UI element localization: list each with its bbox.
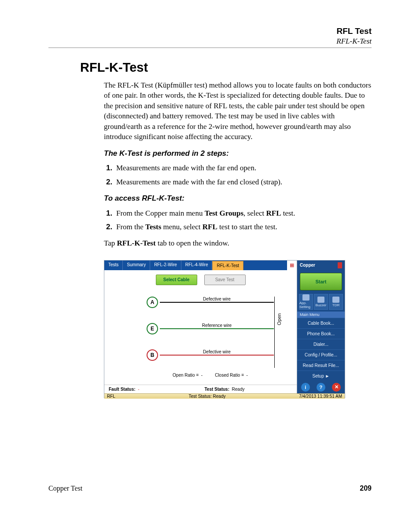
grid-icon[interactable]: ▦ [287, 261, 297, 270]
fault-status-label: Fault Status: [109, 387, 136, 392]
tap-line: Tap RFL-K-Test tab to open the window. [104, 238, 372, 248]
sidebar-item-cable-book[interactable]: Cable Book... [297, 318, 345, 328]
sidebar: Copper Start App. Setting Buzzer TDR Mai… [297, 261, 345, 393]
subheading-steps: The K-Test is performed in 2 steps: [104, 148, 372, 158]
open-ratio-value: - [201, 373, 203, 378]
closed-ratio-value: - [247, 373, 248, 378]
indicator-icon [338, 262, 342, 268]
page-number: 209 [360, 484, 372, 492]
step-item: From the Copper main menu Test Groups, s… [114, 208, 372, 218]
sidebar-item-config-profile[interactable]: Config / Profile... [297, 349, 345, 360]
close-icon[interactable]: ✕ [332, 383, 341, 392]
sidebar-item-phone-book[interactable]: Phone Book... [297, 328, 345, 339]
info-icon[interactable]: i [301, 383, 310, 392]
sidebar-icon-tdr[interactable]: TDR [329, 294, 343, 310]
sidebar-item-dialer[interactable]: Dialer... [297, 339, 345, 349]
wire-a-label: Defective wire [200, 297, 233, 301]
step-item: Measurements are made with the far end o… [114, 163, 372, 173]
step-item: Measurements are made with the far end c… [114, 177, 372, 187]
sidebar-icon-app-setting[interactable]: App. Setting [299, 294, 313, 310]
page-title: RFL-K-Test [80, 60, 372, 75]
fault-status-value: - [138, 387, 139, 392]
wave-icon [332, 297, 339, 303]
wire-diagram: A Defective wire E Reference wire B Defe… [104, 289, 297, 385]
open-label: Open [276, 313, 282, 325]
sidebar-item-setup[interactable]: Setup ► [297, 371, 345, 381]
sidebar-item-read-result[interactable]: Read Result File... [297, 360, 345, 371]
tab-bar: Tests Summary RFL-2-Wire RFL-4-Wire RFL-… [104, 261, 297, 270]
test-status-value: Ready [232, 387, 245, 392]
app-status-bar: RFL Test Status: Ready 7/4/2013 11:39:51… [104, 393, 345, 399]
open-ratio-label: Open Ratio = [173, 373, 199, 378]
app-screenshot: Tests Summary RFL-2-Wire RFL-4-Wire RFL-… [104, 260, 345, 398]
tab-rfl-4-wire[interactable]: RFL-4-Wire [181, 261, 213, 270]
footer-left: Copper Test [48, 484, 82, 492]
chapter-title: RFL Test [48, 26, 372, 36]
sidebar-title: Copper [300, 263, 315, 268]
node-b: B [147, 349, 158, 361]
step-item: From the Tests menu, select RFL test to … [114, 222, 372, 232]
wire-e-label: Reference wire [199, 323, 234, 328]
main-menu-label: Main Menu [297, 312, 345, 318]
intro-paragraph: The RFL-K Test (Küpfmüller test) method … [104, 80, 372, 142]
page-footer: Copper Test 209 [48, 471, 372, 492]
start-button[interactable]: Start [300, 273, 342, 290]
sidebar-icon-buzzer[interactable]: Buzzer [314, 294, 328, 310]
section-title: RFL-K-Test [48, 37, 372, 46]
select-cable-button[interactable]: Select Cable [156, 275, 197, 285]
subheading-access: To access RFL-K-Test: [104, 193, 372, 203]
tab-rfl-2-wire[interactable]: RFL-2-Wire [150, 261, 181, 270]
tab-tests[interactable]: Tests [104, 261, 123, 270]
status-timestamp: 7/4/2013 11:39:51 AM [299, 394, 342, 399]
wire-b-label: Defective wire [200, 349, 233, 354]
node-a: A [147, 297, 158, 308]
status-left: RFL [107, 394, 115, 399]
node-e: E [147, 323, 158, 334]
status-mid: Test Status: Ready [118, 394, 296, 399]
test-status-label: Test Status: [205, 387, 230, 392]
far-end-line [274, 297, 275, 368]
speaker-icon [317, 297, 324, 303]
closed-ratio-label: Closed Ratio = [215, 373, 244, 378]
page-header: RFL Test RFL-K-Test [48, 26, 372, 48]
gear-icon [302, 294, 309, 301]
save-test-button[interactable]: Save Test [204, 275, 246, 285]
tab-summary[interactable]: Summary [123, 261, 150, 270]
help-icon[interactable]: ? [317, 383, 325, 392]
tab-rfl-k-test[interactable]: RFL-K-Test [212, 261, 243, 270]
